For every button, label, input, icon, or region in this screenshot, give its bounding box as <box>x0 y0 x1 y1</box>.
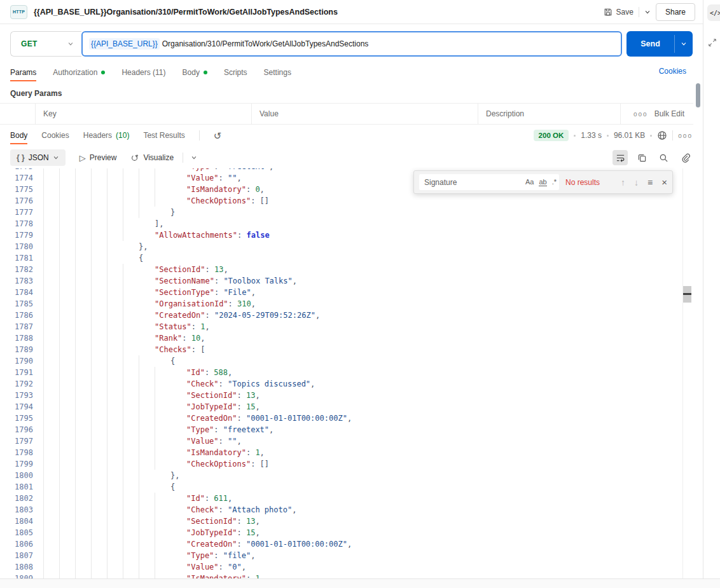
find-in-selection-icon[interactable]: ≡ <box>647 178 653 187</box>
query-params-table-header: Key Value Description ooo Bulk Edit <box>0 103 693 125</box>
tab-authorization[interactable]: Authorization <box>53 68 105 77</box>
column-header-key: Key <box>36 104 252 124</box>
headers-count: (10) <box>116 131 129 140</box>
response-tab-body[interactable]: Body <box>10 131 27 140</box>
response-time: 1.33 s <box>581 131 602 140</box>
code-line: 1807"Type": "file", <box>0 550 693 561</box>
code-snippet-icon[interactable]: </> <box>707 4 720 21</box>
tab-params[interactable]: Params <box>10 68 36 77</box>
send-options-chevron[interactable] <box>675 31 693 57</box>
url-variable-chip: {{API_BASE_URL}} <box>89 38 160 50</box>
line-number: 1783 <box>0 275 33 287</box>
bulk-edit-button[interactable]: Bulk Edit <box>654 109 684 118</box>
code-line: 1795"CreatedOn": "0001-01-01T00:00:00Z", <box>0 413 693 424</box>
network-globe-icon[interactable] <box>657 130 667 140</box>
send-button[interactable]: Send <box>627 31 674 57</box>
code-line: 1782"SectionId": 13, <box>0 264 693 275</box>
close-icon[interactable]: × <box>661 177 667 187</box>
http-request-icon: HTTP <box>10 5 27 19</box>
line-number: 1797 <box>0 435 33 447</box>
regex-toggle[interactable]: .* <box>552 179 557 186</box>
send-button-group: Send <box>627 31 693 57</box>
code-line: 1777} <box>0 207 693 218</box>
response-meta-bar: Body Cookies Headers(10) Test Results ↺ … <box>10 126 693 145</box>
response-size: 96.01 KB <box>614 131 645 140</box>
format-selector[interactable]: { } JSON <box>10 149 66 166</box>
url-builder: GET {{API_BASE_URL}} Organisation/310/Pe… <box>10 31 693 57</box>
code-line: 1791"Id": 588, <box>0 367 693 378</box>
wrap-text-icon[interactable] <box>613 150 628 165</box>
preview-button[interactable]: ▷ Preview <box>80 153 117 163</box>
checkbox-column <box>0 104 36 124</box>
line-number: 1790 <box>0 355 33 367</box>
line-number: 1775 <box>0 184 33 195</box>
search-icon[interactable] <box>656 150 671 165</box>
green-dot-icon <box>101 71 105 74</box>
response-tab-headers[interactable]: Headers(10) <box>83 131 130 140</box>
save-button[interactable]: Save <box>604 8 633 17</box>
code-line: 1808"Value": "0", <box>0 561 693 573</box>
whole-word-toggle[interactable]: ab <box>539 179 546 186</box>
find-next-icon[interactable]: ↓ <box>634 178 639 187</box>
green-dot-icon <box>204 71 207 74</box>
line-number: 1806 <box>0 538 33 550</box>
response-tab-cookies[interactable]: Cookies <box>41 131 69 140</box>
line-number: 1807 <box>0 550 33 561</box>
code-line: 1776"CheckOptions": [] <box>0 195 693 207</box>
main-panel: HTTP {{API_BASE_URL}}Organisation/310/Pe… <box>0 0 703 588</box>
line-number: 1805 <box>0 527 33 538</box>
method-selector[interactable]: GET <box>10 31 81 57</box>
code-line: 1804"SectionId": 13, <box>0 516 693 527</box>
link-icon[interactable] <box>677 150 693 165</box>
tab-body[interactable]: Body <box>183 68 207 77</box>
response-history-icon[interactable]: ↺ <box>214 131 222 140</box>
visualize-button[interactable]: Visualize <box>130 153 174 162</box>
visualize-label: Visualize <box>143 153 174 162</box>
more-actions-icon[interactable]: ooo <box>633 111 648 118</box>
line-number: 1787 <box>0 321 33 332</box>
format-label: JSON <box>29 153 49 162</box>
toolbar-chevron[interactable] <box>191 154 197 161</box>
line-number: 1804 <box>0 516 33 527</box>
find-previous-icon[interactable]: ↑ <box>621 178 625 187</box>
preview-icon: ▷ <box>80 153 86 163</box>
tab-label: Cookies <box>41 131 69 140</box>
line-number: 1793 <box>0 390 33 401</box>
line-number: 1778 <box>0 218 33 229</box>
line-number: 1809 <box>0 573 33 578</box>
code-scrollbar-track <box>682 168 683 578</box>
dot-separator <box>574 135 576 137</box>
request-tabs: Params Authorization Headers (11) Body S… <box>10 65 693 80</box>
line-number: 1803 <box>0 504 33 516</box>
line-number: 1792 <box>0 378 33 390</box>
code-line: 1788"Rank": 10, <box>0 332 693 344</box>
cookies-link[interactable]: Cookies <box>659 67 686 76</box>
match-case-toggle[interactable]: Aa <box>525 179 534 186</box>
share-button[interactable]: Share <box>656 3 695 21</box>
code-line: 1798"IsMandatory": 1, <box>0 447 693 458</box>
response-more-icon[interactable]: ooo <box>678 132 693 139</box>
query-params-title: Query Params <box>10 89 62 98</box>
tab-settings[interactable]: Settings <box>264 68 291 77</box>
chevron-down-icon <box>53 154 59 161</box>
page-scrollbar-thumb[interactable] <box>696 83 700 107</box>
response-toolbar: { } JSON ▷ Preview Visualize <box>10 149 693 167</box>
save-options-chevron[interactable] <box>644 9 651 15</box>
line-number: 1789 <box>0 344 33 355</box>
collapse-panel-icon[interactable] <box>708 38 717 47</box>
response-tab-test-results[interactable]: Test Results <box>143 131 184 140</box>
code-line: 1779"AllowAttachments": false <box>0 229 693 241</box>
line-number: 1776 <box>0 195 33 207</box>
code-lines: 1773"Type": "freetext",1774"Value": "",1… <box>0 168 693 578</box>
copy-icon[interactable] <box>634 150 649 165</box>
line-number: 1774 <box>0 172 33 184</box>
line-number: 1791 <box>0 367 33 378</box>
code-line: 1785"OrganisationId": 310, <box>0 298 693 310</box>
tab-scripts[interactable]: Scripts <box>224 68 247 77</box>
line-number: 1808 <box>0 561 33 573</box>
save-icon <box>604 8 613 17</box>
tab-headers[interactable]: Headers (11) <box>121 68 165 77</box>
code-line: 1792"Check": "Topics discussed", <box>0 378 693 390</box>
url-input[interactable]: {{API_BASE_URL}} Organisation/310/Permit… <box>81 31 622 57</box>
line-number: 1794 <box>0 401 33 413</box>
